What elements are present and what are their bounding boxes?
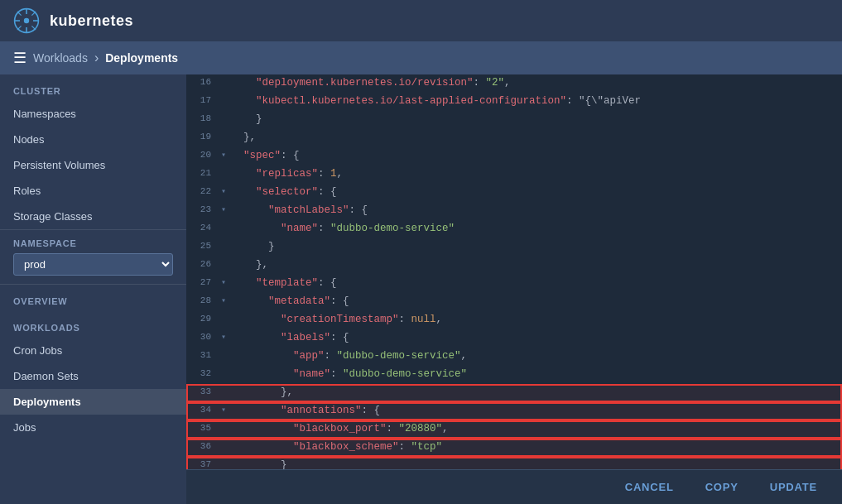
content-area: CPU (cores) 0.072 0.064 0.048 0.032 0.01… <box>186 74 842 504</box>
collapse-icon <box>218 74 229 76</box>
line-code-text: "matchLabels": { <box>229 202 842 218</box>
line-code-text: "app": "dubbo-demo-service", <box>229 348 842 364</box>
breadcrumb-bar: ☰ Workloads › Deployments <box>0 41 842 74</box>
code-footer: CANCEL COPY UPDATE <box>186 469 842 504</box>
collapse-icon <box>218 220 229 222</box>
line-code-text: "metadata": { <box>229 293 842 310</box>
collapse-icon[interactable]: ▾ <box>218 202 229 217</box>
line-code-text: }, <box>229 257 842 273</box>
collapse-icon <box>218 238 229 240</box>
line-number: 17 <box>186 93 218 108</box>
code-line: 23▾ "matchLabels": { <box>186 202 842 220</box>
code-editor-overlay: 16 "deployment.kubernetes.io/revision": … <box>186 74 842 504</box>
sidebar-item-deployments[interactable]: Deployments <box>0 389 186 415</box>
collapse-icon <box>218 257 229 258</box>
sidebar-item-cron-jobs[interactable]: Cron Jobs <box>0 338 186 363</box>
code-line: 22▾ "selector": { <box>186 184 842 202</box>
code-line: 30▾ "labels": { <box>186 329 842 348</box>
line-number: 28 <box>186 293 218 309</box>
line-code-text: } <box>229 238 842 255</box>
sidebar-item-roles[interactable]: Roles <box>0 178 186 204</box>
breadcrumb-parent[interactable]: Workloads <box>33 51 88 65</box>
line-number: 18 <box>186 111 218 127</box>
code-line: 29 "creationTimestamp": null, <box>186 311 842 329</box>
code-line: 19 }, <box>186 129 842 147</box>
line-code-text: "deployment.kubernetes.io/revision": "2"… <box>229 74 842 91</box>
collapse-icon[interactable]: ▾ <box>218 184 229 199</box>
sidebar-item-namespaces[interactable]: Namespaces <box>0 101 186 127</box>
line-number: 21 <box>186 166 218 181</box>
line-number: 30 <box>186 329 218 345</box>
collapse-icon[interactable]: ▾ <box>218 147 229 162</box>
code-line: 32 "name": "dubbo-demo-service" <box>186 366 842 384</box>
line-code-text: "selector": { <box>229 184 842 200</box>
line-number: 36 <box>186 439 218 454</box>
code-line: 16 "deployment.kubernetes.io/revision": … <box>186 74 842 93</box>
code-line: 33 }, <box>186 384 842 402</box>
line-code-text: "replicas": 1, <box>229 166 842 182</box>
namespace-label: Namespace <box>13 238 173 248</box>
sidebar-item-label: Storage Classes <box>13 210 92 223</box>
code-content[interactable]: 16 "deployment.kubernetes.io/revision": … <box>186 74 842 469</box>
sidebar-item-jobs[interactable]: Jobs <box>0 415 186 440</box>
line-number: 35 <box>186 420 218 436</box>
line-number: 19 <box>186 129 218 145</box>
sidebar: Cluster Namespaces Nodes Persistent Volu… <box>0 74 186 504</box>
line-number: 34 <box>186 402 218 418</box>
sidebar-item-label: Roles <box>13 185 41 197</box>
collapse-icon <box>218 111 229 113</box>
app-header: kubernetes <box>0 0 842 41</box>
collapse-icon[interactable]: ▾ <box>218 293 229 308</box>
line-code-text: "blackbox_scheme": "tcp" <box>229 439 842 455</box>
code-line: 35 "blackbox_port": "20880", <box>186 420 842 439</box>
sidebar-item-nodes[interactable]: Nodes <box>0 127 186 152</box>
kubernetes-logo-icon <box>13 7 40 34</box>
sidebar-item-label: Namespaces <box>13 108 76 120</box>
line-number: 20 <box>186 147 218 163</box>
line-code-text: }, <box>229 129 842 146</box>
line-code-text: "name": "dubbo-demo-service" <box>229 366 842 382</box>
line-number: 31 <box>186 348 218 363</box>
line-number: 22 <box>186 184 218 199</box>
breadcrumb-current: Deployments <box>105 51 178 65</box>
collapse-icon <box>218 366 229 367</box>
collapse-icon <box>218 348 229 349</box>
code-line: 24 "name": "dubbo-demo-service" <box>186 220 842 238</box>
update-button[interactable]: UPDATE <box>755 474 832 501</box>
line-code-text: } <box>229 111 842 127</box>
sidebar-item-storage-classes[interactable]: Storage Classes <box>0 204 186 229</box>
namespace-select[interactable]: prod <box>13 253 173 276</box>
hamburger-icon[interactable]: ☰ <box>13 49 26 67</box>
cancel-button[interactable]: CANCEL <box>610 474 689 501</box>
sidebar-item-label: Jobs <box>13 421 36 434</box>
svg-point-1 <box>24 18 29 23</box>
copy-button[interactable]: COPY <box>689 474 755 501</box>
sidebar-item-persistent-volumes[interactable]: Persistent Volumes <box>0 152 186 178</box>
collapse-icon <box>218 311 229 313</box>
code-line: 36 "blackbox_scheme": "tcp" <box>186 439 842 457</box>
code-line: 20▾ "spec": { <box>186 147 842 166</box>
overview-section-label: Overview <box>0 285 186 311</box>
line-number: 23 <box>186 202 218 218</box>
line-number: 26 <box>186 257 218 272</box>
collapse-icon[interactable]: ▾ <box>218 402 229 417</box>
code-line: 27▾ "template": { <box>186 275 842 293</box>
workloads-section-label: Workloads <box>0 311 186 338</box>
collapse-icon[interactable]: ▾ <box>218 329 229 344</box>
line-code-text: "creationTimestamp": null, <box>229 311 842 328</box>
line-code-text: "name": "dubbo-demo-service" <box>229 220 842 237</box>
code-line: 34▾ "annotations": { <box>186 402 842 420</box>
sidebar-item-label: Persistent Volumes <box>13 159 105 171</box>
line-number: 16 <box>186 74 218 90</box>
sidebar-item-daemon-sets[interactable]: Daemon Sets <box>0 363 186 389</box>
collapse-icon[interactable]: ▾ <box>218 275 229 290</box>
sidebar-item-label: Cron Jobs <box>13 344 62 357</box>
code-line: 21 "replicas": 1, <box>186 166 842 184</box>
breadcrumb-separator: › <box>94 50 99 65</box>
collapse-icon <box>218 129 229 131</box>
line-number: 24 <box>186 220 218 236</box>
line-number: 27 <box>186 275 218 290</box>
code-line: 31 "app": "dubbo-demo-service", <box>186 348 842 366</box>
line-code-text: "kubectl.kubernetes.io/last-applied-conf… <box>229 93 842 109</box>
main-content: Cluster Namespaces Nodes Persistent Volu… <box>0 74 842 504</box>
